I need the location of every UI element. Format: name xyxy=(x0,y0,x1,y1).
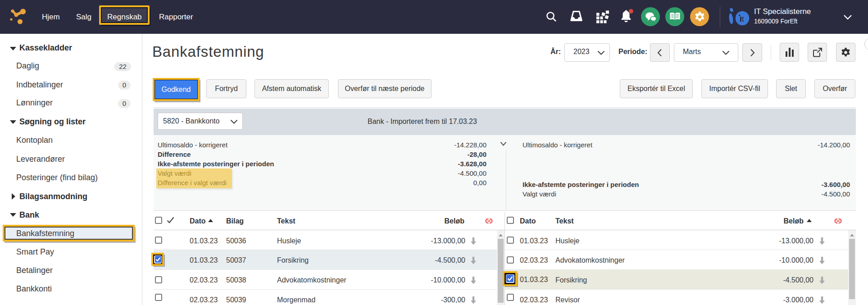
svg-text:t: t xyxy=(742,15,744,23)
